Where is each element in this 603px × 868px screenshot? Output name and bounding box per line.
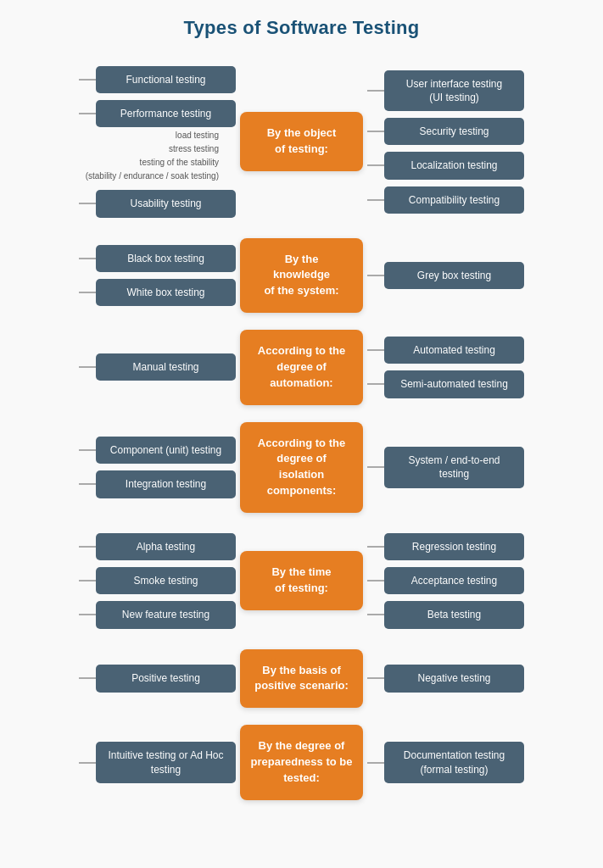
right-node-by-object-2: Localization testing — [384, 152, 524, 179]
right-node-by-time-2: Beta testing — [384, 601, 524, 628]
right-node-by-object-1: Security testing — [384, 118, 524, 145]
right-node-by-time-0: Regression testing — [384, 533, 524, 560]
center-box-by-preparedness: By the degree of preparedness to be test… — [240, 725, 363, 800]
left-node-by-time-2: New feature testing — [96, 601, 236, 628]
right-node-by-automation-1: Semi-automated testing — [384, 370, 524, 398]
section-by-object: Functional testingPerformance testingloa… — [8, 63, 595, 221]
center-box-by-automation: According to the degree of automation: — [240, 330, 363, 405]
right-node-by-object-3: Compatibility testing — [384, 186, 524, 214]
left-node-by-knowledge-1: White box testing — [96, 279, 236, 306]
left-node-by-object-0: Functional testing — [96, 66, 236, 93]
center-box-by-scenario: By the basis of positive scenario: — [240, 649, 363, 709]
right-node-by-object-0: User interface testing (UI testing) — [384, 70, 524, 111]
section-by-scenario: Positive testingBy the basis of positive… — [8, 649, 595, 709]
page-title: Types of Software Testing — [8, 17, 595, 39]
section-by-time: Alpha testingSmoke testingNew feature te… — [8, 530, 595, 632]
left-node-by-time-1: Smoke testing — [96, 567, 236, 594]
center-box-by-object: By the object of testing: — [240, 112, 363, 171]
left-node-by-scenario-0: Positive testing — [96, 665, 236, 692]
left-node-by-preparedness-0: Intuitive testing or Ad Hoc testing — [96, 742, 236, 782]
left-node-by-object-1: Performance testing — [96, 100, 236, 127]
left-node-by-automation-0: Manual testing — [96, 353, 236, 381]
left-node-by-knowledge-0: Black box testing — [96, 245, 236, 272]
sections-container: Functional testingPerformance testingloa… — [8, 63, 595, 800]
left-node-by-object-2: Usability testing — [96, 190, 236, 217]
center-box-by-isolation: According to the degree of isolation com… — [240, 422, 363, 513]
right-node-by-isolation-0: System / end-to-end testing — [384, 447, 524, 487]
right-node-by-time-1: Acceptance testing — [384, 567, 524, 594]
center-box-by-time: By the time of testing: — [240, 551, 363, 610]
center-box-by-knowledge: By the knowledge of the system: — [240, 238, 363, 314]
section-by-preparedness: Intuitive testing or Ad Hoc testingBy th… — [8, 725, 595, 800]
right-node-by-preparedness-0: Documentation testing (formal testing) — [384, 742, 524, 782]
left-node-by-time-0: Alpha testing — [96, 533, 236, 560]
left-node-by-isolation-0: Component (unit) testing — [96, 437, 236, 464]
section-by-knowledge: Black box testingWhite box testingBy the… — [8, 238, 595, 314]
right-node-by-knowledge-0: Grey box testing — [384, 262, 524, 289]
section-by-isolation: Component (unit) testingIntegration test… — [8, 422, 595, 513]
subnotes-by-object-1: load testingstress testingtesting of the… — [86, 129, 219, 183]
right-node-by-scenario-0: Negative testing — [384, 665, 524, 692]
right-node-by-automation-0: Automated testing — [384, 337, 524, 364]
left-node-by-isolation-1: Integration testing — [96, 470, 236, 498]
section-by-automation: Manual testingAccording to the degree of… — [8, 330, 595, 405]
